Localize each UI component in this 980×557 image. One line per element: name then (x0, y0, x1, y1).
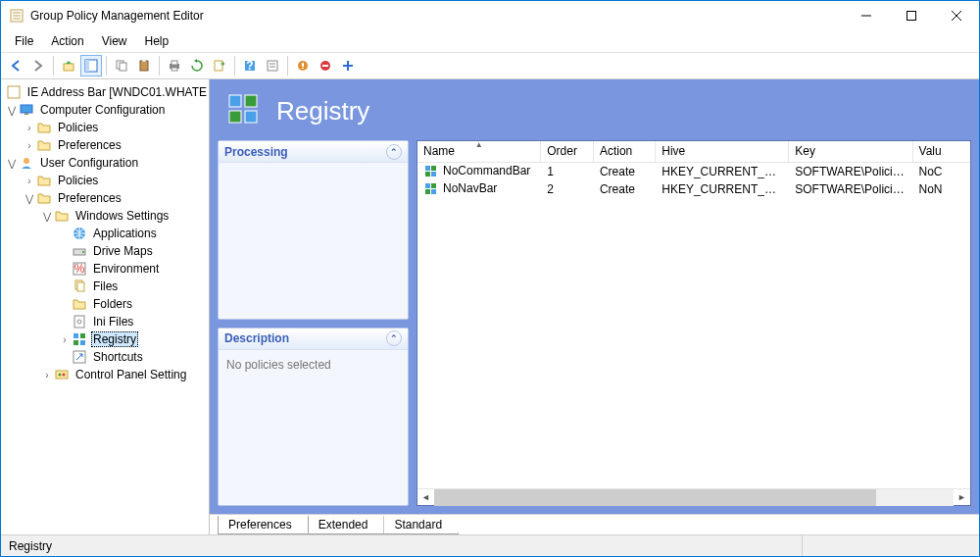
tree-root[interactable]: IE Address Bar [WNDC01.WHATE (1, 83, 209, 101)
scroll-left-icon[interactable]: ◄ (417, 489, 434, 506)
svg-rect-21 (268, 61, 277, 71)
processing-card: Processing⌃ (218, 140, 409, 320)
forward-button[interactable] (27, 55, 49, 76)
ini-icon (72, 314, 87, 329)
tree-windows-settings[interactable]: ⋁Windows Settings (1, 207, 209, 225)
add-button[interactable] (337, 55, 359, 76)
menu-action[interactable]: Action (43, 32, 91, 50)
chevron-right-icon[interactable]: › (23, 176, 36, 186)
svg-point-50 (59, 374, 62, 377)
up-button[interactable] (58, 55, 79, 76)
menu-view[interactable]: View (94, 32, 135, 50)
list-item[interactable]: NoNavBar 2 Create HKEY_CURRENT_USER SOFT… (417, 180, 970, 198)
registry-icon (72, 331, 87, 347)
tree-control-panel-settings[interactable]: ›Control Panel Setting (1, 366, 209, 383)
chevron-right-icon[interactable]: › (40, 370, 54, 380)
col-name[interactable]: Name▲ (417, 141, 541, 162)
svg-rect-41 (77, 282, 84, 291)
scroll-icon (6, 84, 22, 100)
print-button[interactable] (164, 55, 185, 76)
chevron-right-icon[interactable]: › (23, 140, 36, 151)
refresh-button[interactable] (186, 55, 208, 76)
chevron-right-icon[interactable]: › (58, 334, 72, 345)
col-order[interactable]: Order (541, 141, 594, 162)
tree-registry[interactable]: ›Registry (1, 330, 209, 348)
registry-list: Name▲ Order Action Hive Key Valu NoComma… (416, 140, 971, 506)
splitter[interactable] (205, 79, 209, 534)
maximize-button[interactable] (889, 1, 934, 30)
collapse-icon[interactable]: ⌃ (386, 144, 402, 160)
svg-rect-55 (245, 111, 257, 123)
scroll-right-icon[interactable]: ► (954, 489, 970, 506)
menu-help[interactable]: Help (137, 32, 177, 50)
tree-pane: IE Address Bar [WNDC01.WHATE ⋁Computer C… (1, 79, 210, 534)
user-icon (19, 155, 34, 171)
menu-file[interactable]: File (7, 32, 41, 50)
tree-drive-maps[interactable]: Drive Maps (1, 242, 209, 260)
tabstrip: Preferences Extended Standard (210, 514, 979, 534)
svg-rect-42 (74, 316, 84, 328)
list-item[interactable]: NoCommandBar 1 Create HKEY_CURRENT_USER … (417, 163, 970, 180)
tree-cc-policies[interactable]: ›Policies (1, 119, 209, 136)
col-action[interactable]: Action (594, 141, 656, 162)
export-button[interactable] (209, 55, 230, 76)
paste-button[interactable] (133, 55, 155, 76)
copy-button[interactable] (111, 55, 132, 76)
tree-computer-configuration[interactable]: ⋁Computer Configuration (1, 101, 209, 119)
control-panel-icon (54, 367, 70, 382)
chevron-down-icon[interactable]: ⋁ (5, 105, 19, 116)
tree-shortcuts[interactable]: Shortcuts (1, 348, 209, 366)
status-text: Registry (1, 535, 803, 556)
svg-rect-28 (322, 65, 328, 67)
tree-user-configuration[interactable]: ⋁User Configuration (1, 154, 209, 172)
folder-open-icon (54, 208, 70, 224)
svg-point-51 (63, 374, 66, 377)
chevron-right-icon[interactable]: › (23, 123, 36, 133)
tree-environment[interactable]: %Environment (1, 260, 209, 278)
list-rows: NoCommandBar 1 Create HKEY_CURRENT_USER … (417, 163, 970, 488)
drive-icon (72, 243, 87, 259)
window-title: Group Policy Management Editor (30, 9, 844, 23)
tree-folders[interactable]: Folders (1, 295, 209, 313)
svg-text:%: % (74, 262, 85, 276)
back-button[interactable] (5, 55, 26, 76)
show-hide-tree-button[interactable] (80, 55, 102, 76)
tab-standard[interactable]: Standard (383, 516, 459, 534)
computer-icon (19, 102, 34, 118)
help-button[interactable]: ? (239, 55, 261, 76)
content-title: Registry (276, 96, 369, 127)
close-button[interactable] (934, 1, 979, 30)
chevron-down-icon[interactable]: ⋁ (23, 193, 36, 204)
horizontal-scrollbar[interactable]: ◄ ► (417, 488, 970, 505)
svg-rect-60 (425, 183, 430, 188)
filter-button[interactable] (292, 55, 314, 76)
col-key[interactable]: Key (789, 141, 912, 162)
col-hive[interactable]: Hive (656, 141, 789, 162)
titlebar: Group Policy Management Editor (1, 1, 979, 30)
tree-ini-files[interactable]: Ini Files (1, 313, 209, 330)
col-value[interactable]: Valu (913, 141, 970, 162)
tree-cc-preferences[interactable]: ›Preferences (1, 136, 209, 154)
svg-rect-62 (425, 189, 430, 194)
statusbar: Registry (1, 534, 979, 556)
properties-button[interactable] (262, 55, 283, 76)
stop-button[interactable] (315, 55, 336, 76)
tree-applications[interactable]: Applications (1, 225, 209, 242)
svg-rect-25 (302, 63, 304, 67)
tree-uc-policies[interactable]: ›Policies (1, 172, 209, 189)
tree-uc-preferences[interactable]: ⋁Preferences (1, 189, 209, 207)
description-card: Description⌃ No policies selected (218, 328, 409, 507)
folder-icon (36, 190, 52, 206)
tree-files[interactable]: Files (1, 278, 209, 295)
tab-extended[interactable]: Extended (308, 516, 385, 534)
chevron-down-icon[interactable]: ⋁ (40, 211, 54, 222)
collapse-icon[interactable]: ⌃ (386, 330, 402, 346)
svg-point-37 (82, 251, 84, 253)
svg-rect-18 (215, 61, 222, 71)
svg-rect-5 (907, 12, 916, 21)
tab-preferences[interactable]: Preferences (218, 516, 309, 534)
chevron-down-icon[interactable]: ⋁ (5, 158, 19, 169)
folder-icon (36, 173, 52, 188)
registry-item-icon (423, 164, 439, 179)
minimize-button[interactable] (844, 1, 889, 30)
